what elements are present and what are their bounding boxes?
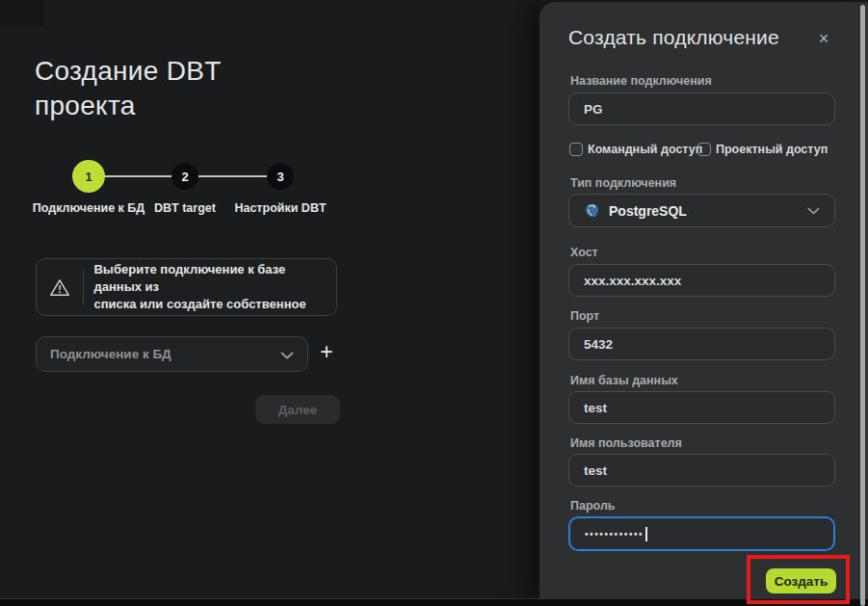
next-step-button[interactable]: Далее (255, 395, 340, 424)
connection-name-value: PG (584, 102, 603, 117)
bottom-edge-strip (0, 598, 868, 606)
host-label: Хост (570, 246, 598, 259)
connection-name-input[interactable]: PG (568, 92, 835, 125)
username-value: test (584, 463, 607, 478)
step-3-circle[interactable]: 3 (267, 163, 294, 190)
stepper-connector-1 (104, 175, 173, 177)
db-connection-select[interactable]: Подключение к БД (36, 336, 308, 372)
warning-triangle-icon (37, 277, 83, 298)
chevron-down-icon (280, 346, 294, 363)
create-connection-drawer: Создать подключение × Название подключен… (539, 2, 868, 606)
host-value: xxx.xxx.xxx.xxx (584, 274, 681, 288)
postgresql-icon (584, 202, 600, 219)
corner-patch (0, 0, 44, 26)
close-icon[interactable]: × (813, 28, 834, 49)
username-label: Имя пользователя (570, 436, 682, 450)
port-label: Порт (570, 309, 599, 323)
chevron-down-icon (807, 203, 820, 218)
page-title: Создание DBT проекта (35, 54, 353, 123)
step-3-label: Настройки DBT (227, 201, 333, 215)
database-name-input[interactable]: test (568, 391, 835, 424)
step-1-circle[interactable]: 1 (72, 160, 105, 193)
alert-text-line2: списка или создайте собственное (93, 297, 305, 311)
dbt-project-wizard-screen: Создание DBT проекта 1 2 3 Подключение к… (0, 0, 868, 606)
add-connection-button[interactable]: + (314, 340, 339, 365)
connection-type-label: Тип подключения (570, 176, 676, 190)
host-input[interactable]: xxx.xxx.xxx.xxx (568, 264, 835, 297)
text-caret (645, 527, 647, 541)
password-label: Пароль (570, 499, 616, 513)
alert-text-line1: Выберите подключение к базе данных из (93, 262, 285, 294)
database-name-value: test (584, 401, 607, 415)
password-masked-value: •••••••••••• (585, 529, 644, 540)
connection-name-label: Название подключения (570, 74, 712, 88)
team-access-checkbox[interactable] (569, 143, 583, 156)
stepper-connector-2 (197, 175, 269, 177)
alert-text: Выберите подключение к базе данных из сп… (83, 261, 336, 313)
port-value: 5432 (584, 337, 613, 352)
info-alert: Выберите подключение к базе данных из сп… (36, 258, 337, 316)
step-2-label: DBT target (137, 201, 233, 215)
vertical-scrollbar[interactable] (860, 5, 865, 606)
password-input[interactable]: •••••••••••• (568, 516, 835, 551)
db-connection-select-placeholder: Подключение к БД (50, 347, 280, 361)
project-access-checkbox[interactable] (697, 143, 711, 156)
page-title-line2: проекта (35, 89, 353, 123)
database-name-label: Имя базы данных (570, 374, 678, 387)
connection-type-select[interactable]: PostgreSQL (568, 194, 835, 227)
connection-type-value: PostgreSQL (609, 203, 687, 219)
page-title-line1: Создание DBT (35, 54, 353, 89)
username-input[interactable]: test (568, 454, 835, 487)
step-1-label: Подключение к БД (26, 201, 151, 215)
team-access-label: Командный доступ (588, 143, 702, 156)
port-input[interactable]: 5432 (568, 328, 835, 360)
step-2-circle[interactable]: 2 (171, 163, 198, 190)
drawer-title: Создать подключение (568, 26, 779, 49)
create-button[interactable]: Создать (766, 568, 836, 593)
project-access-label: Проектный доступ (716, 143, 828, 156)
